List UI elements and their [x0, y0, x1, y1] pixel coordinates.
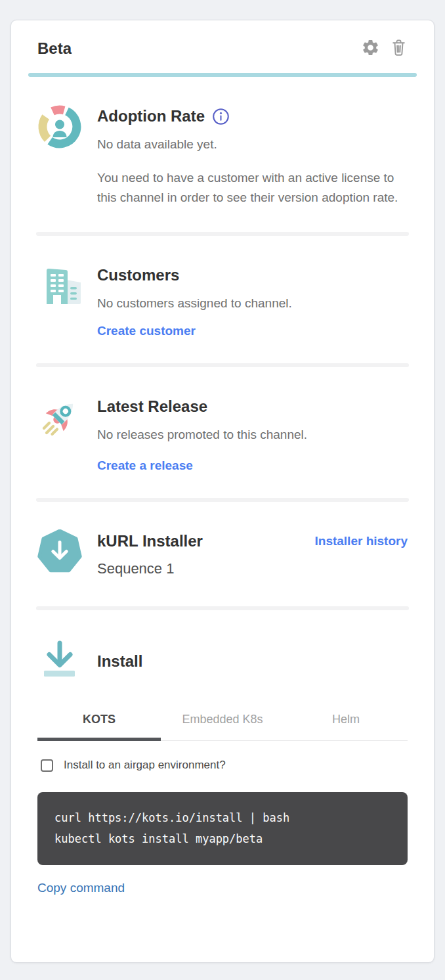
- customers-title: Customers: [97, 266, 408, 284]
- download-icon: [37, 638, 82, 685]
- kurl-installer-section: kURL Installer Installer history Sequenc…: [28, 502, 417, 606]
- installer-sequence: Sequence 1: [97, 560, 408, 577]
- adoption-rate-icon: [37, 104, 82, 207]
- customers-empty-text: No customers assigned to channel.: [97, 294, 408, 313]
- install-title: Install: [97, 652, 142, 671]
- customers-buildings-icon: [37, 263, 82, 338]
- trash-icon: [390, 38, 408, 59]
- release-empty-text: No releases promoted to this channel.: [97, 425, 408, 444]
- create-customer-link[interactable]: Create customer: [97, 324, 196, 338]
- customers-section: Customers No customers assigned to chann…: [28, 236, 417, 363]
- copy-command-link[interactable]: Copy command: [37, 881, 125, 895]
- adoption-description: You need to have a customer with an acti…: [97, 168, 408, 207]
- latest-release-section: Latest Release No releases promoted to t…: [28, 367, 417, 498]
- tab-embedded-k8s[interactable]: Embedded K8s: [161, 706, 284, 741]
- tab-kots[interactable]: KOTS: [37, 706, 161, 741]
- adoption-rate-section: Adoption Rate No data available yet. You…: [28, 77, 417, 232]
- info-icon[interactable]: [212, 108, 230, 125]
- adoption-rate-title: Adoption Rate: [97, 107, 408, 125]
- command-line: kubectl kots install myapp/beta: [54, 832, 263, 845]
- adoption-empty-text: No data available yet.: [97, 135, 408, 154]
- airgap-option: Install to an airgap environment?: [37, 759, 408, 772]
- install-command-block: curl https://kots.io/install | bash kube…: [37, 792, 408, 865]
- delete-channel-button[interactable]: [390, 38, 408, 59]
- install-section: Install KOTS Embedded K8s Helm Install t…: [28, 610, 417, 895]
- airgap-checkbox[interactable]: [41, 759, 53, 772]
- tab-helm[interactable]: Helm: [284, 706, 408, 741]
- rocket-icon: [37, 395, 82, 473]
- header-actions: [361, 38, 408, 59]
- settings-button[interactable]: [361, 38, 380, 59]
- kurl-installer-icon: [37, 529, 82, 577]
- latest-release-title: Latest Release: [97, 397, 408, 416]
- channel-card: Beta: [11, 20, 434, 963]
- gear-icon: [361, 38, 380, 59]
- channel-title: Beta: [37, 39, 361, 58]
- installer-history-link[interactable]: Installer history: [315, 532, 408, 548]
- create-release-link[interactable]: Create a release: [97, 458, 193, 473]
- command-line: curl https://kots.io/install | bash: [54, 811, 289, 824]
- kurl-installer-title: kURL Installer: [97, 532, 203, 550]
- card-header: Beta: [28, 20, 417, 59]
- install-tabs: KOTS Embedded K8s Helm: [37, 706, 408, 741]
- airgap-label[interactable]: Install to an airgap environment?: [64, 759, 226, 772]
